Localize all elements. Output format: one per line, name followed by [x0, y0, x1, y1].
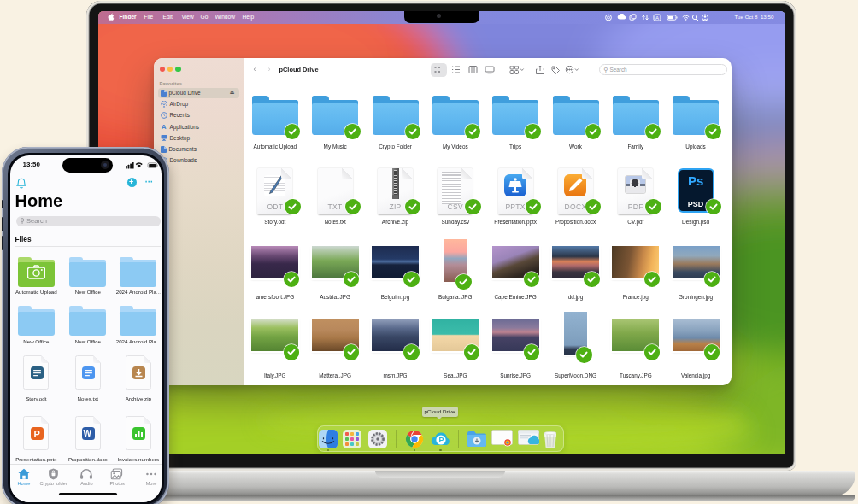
svg-text:A: A — [655, 15, 659, 21]
svg-text:P: P — [439, 436, 444, 444]
svg-text:A: A — [161, 123, 166, 130]
svg-text:P: P — [33, 428, 39, 438]
svg-text:W: W — [84, 429, 92, 438]
